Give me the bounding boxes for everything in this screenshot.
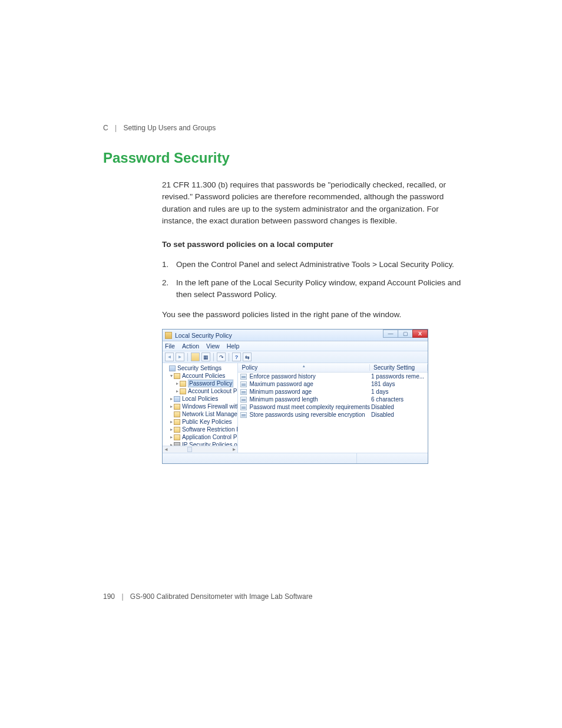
- policy-setting-cell: 6 characters: [370, 396, 428, 403]
- help-button[interactable]: ?: [232, 353, 241, 361]
- policy-name: Password must meet complexity requiremen…: [249, 404, 370, 410]
- expander-icon[interactable]: ▸: [174, 381, 180, 386]
- status-cell: [163, 453, 357, 463]
- folder-icon: [174, 427, 180, 433]
- section-title: Password Security: [103, 150, 462, 166]
- policy-name: Minimum password age: [249, 388, 312, 395]
- app-icon: [165, 332, 172, 339]
- close-button[interactable]: X: [412, 330, 428, 338]
- back-button[interactable]: [165, 353, 174, 361]
- list-pane[interactable]: Policy ▴ Security Setting Enforce passwo…: [238, 363, 428, 453]
- tree-item[interactable]: ▸Public Key Policies: [163, 418, 237, 426]
- tree-item[interactable]: ▾Account Policies: [163, 372, 237, 380]
- policy-row[interactable]: Store passwords using reversible encrypt…: [238, 411, 428, 419]
- column-header-setting[interactable]: Security Setting: [370, 364, 428, 371]
- maximize-button[interactable]: ▢: [398, 330, 413, 338]
- tree-item[interactable]: ▸Software Restriction Policies: [163, 426, 237, 433]
- tree-item[interactable]: ▸Password Policy: [163, 380, 237, 387]
- tree-label: Account Policies: [182, 373, 225, 379]
- header-chapter: Setting Up Users and Groups: [123, 124, 216, 132]
- policy-row[interactable]: Enforce password history1 passwords reme…: [238, 373, 428, 380]
- scroll-left-icon[interactable]: ◄: [164, 447, 168, 452]
- expander-icon[interactable]: ▸: [174, 388, 180, 394]
- step-text: Open the Control Panel and select Admini…: [176, 259, 462, 271]
- column-label: Security Setting: [373, 364, 415, 371]
- sort-indicator-icon: ▴: [303, 364, 305, 368]
- tree-item[interactable]: Network List Manager Policies: [163, 410, 237, 418]
- forward-button[interactable]: [176, 353, 184, 361]
- result-paragraph: You see the password policies listed in …: [162, 309, 462, 321]
- scroll-thumb[interactable]: [187, 447, 192, 452]
- tree-label: Password Policy: [188, 380, 233, 387]
- tree-item[interactable]: ▸Local Policies: [163, 395, 237, 403]
- window-titlebar[interactable]: Local Security Policy — ▢ X: [163, 330, 428, 341]
- policy-row[interactable]: Minimum password age1 days: [238, 388, 428, 396]
- refresh-button[interactable]: ⇆: [243, 353, 252, 361]
- policy-setting-cell: Disabled: [370, 404, 428, 410]
- step-2: 2. In the left pane of the Local Securit…: [162, 277, 462, 301]
- tree-item[interactable]: ▸Account Lockout Policy: [163, 387, 237, 395]
- tree-label: Windows Firewall with Advanc: [182, 403, 238, 410]
- expander-icon[interactable]: ▸: [168, 419, 174, 424]
- page-footer: 190 | GS-900 Calibrated Densitometer wit…: [103, 592, 312, 601]
- toolbar: ▦ ↷ ? ⇆: [163, 351, 428, 363]
- header-separator: |: [115, 124, 117, 132]
- policy-setting-cell: 1 days: [370, 388, 428, 395]
- tree-label: Public Key Policies: [182, 419, 232, 425]
- tree-label: Account Lockout Policy: [188, 388, 238, 394]
- column-header-policy[interactable]: Policy ▴: [238, 364, 370, 371]
- toolbar-separator: [229, 353, 229, 361]
- policy-name-cell: Maximum password age: [238, 381, 370, 387]
- step-text: In the left pane of the Local Security P…: [176, 277, 462, 301]
- policy-row[interactable]: Password must meet complexity requiremen…: [238, 403, 428, 411]
- folder-icon: [180, 388, 186, 394]
- tree-root[interactable]: Security Settings: [163, 364, 237, 372]
- policy-row[interactable]: Maximum password age181 days: [238, 380, 428, 388]
- folder-icon: [174, 404, 180, 410]
- policy-icon: [240, 404, 247, 410]
- policy-icon: [240, 412, 247, 418]
- policy-name-cell: Minimum password age: [238, 388, 370, 395]
- properties-button[interactable]: ▦: [201, 353, 210, 361]
- expander-icon[interactable]: ▾: [168, 373, 174, 378]
- policy-name-cell: Enforce password history: [238, 373, 370, 380]
- export-button[interactable]: ↷: [217, 353, 226, 361]
- policy-icon: [240, 389, 247, 395]
- expander-icon[interactable]: ▸: [168, 404, 174, 409]
- tree-pane[interactable]: Security Settings ▾Account Policies▸Pass…: [163, 363, 238, 453]
- column-label: Policy: [242, 364, 257, 371]
- page-header: C | Setting Up Users and Groups: [103, 124, 462, 132]
- menu-view[interactable]: View: [206, 342, 220, 350]
- tree-label: Network List Manager Policies: [182, 411, 238, 417]
- menu-file[interactable]: File: [165, 342, 175, 350]
- policy-row[interactable]: Minimum password length6 characters: [238, 396, 428, 403]
- product-name: GS-900 Calibrated Densitometer with Imag…: [130, 592, 313, 601]
- up-button[interactable]: [191, 353, 200, 361]
- step-1: 1. Open the Control Panel and select Adm…: [162, 259, 462, 271]
- expander-icon[interactable]: ▸: [168, 427, 174, 432]
- folder-icon: [174, 411, 180, 417]
- step-number: 2.: [162, 277, 176, 301]
- menu-action[interactable]: Action: [182, 342, 199, 350]
- policy-name-cell: Store passwords using reversible encrypt…: [238, 411, 370, 418]
- footer-separator: |: [121, 592, 123, 601]
- expander-icon[interactable]: ▸: [168, 434, 174, 440]
- window-title: Local Security Policy: [175, 332, 232, 339]
- local-security-policy-window: Local Security Policy — ▢ X File Action …: [162, 329, 428, 464]
- step-number: 1.: [162, 259, 176, 271]
- expander-icon[interactable]: ▸: [168, 396, 174, 401]
- status-cell: [357, 453, 428, 463]
- policy-icon: [240, 381, 247, 387]
- folder-icon: [174, 373, 180, 379]
- minimize-button[interactable]: —: [383, 330, 398, 338]
- policy-icon: [240, 397, 247, 403]
- tree-item[interactable]: ▸Application Control Policies: [163, 433, 237, 441]
- security-icon: [174, 396, 180, 402]
- scroll-right-icon[interactable]: ►: [232, 447, 237, 452]
- tree-label: Software Restriction Policies: [182, 426, 238, 433]
- policy-name: Store passwords using reversible encrypt…: [249, 411, 365, 418]
- tree-item[interactable]: ▸Windows Firewall with Advanc: [163, 403, 237, 410]
- menu-help[interactable]: Help: [227, 342, 240, 350]
- horizontal-scrollbar[interactable]: ◄ ►: [163, 446, 237, 453]
- procedure-steps: 1. Open the Control Panel and select Adm…: [162, 259, 462, 301]
